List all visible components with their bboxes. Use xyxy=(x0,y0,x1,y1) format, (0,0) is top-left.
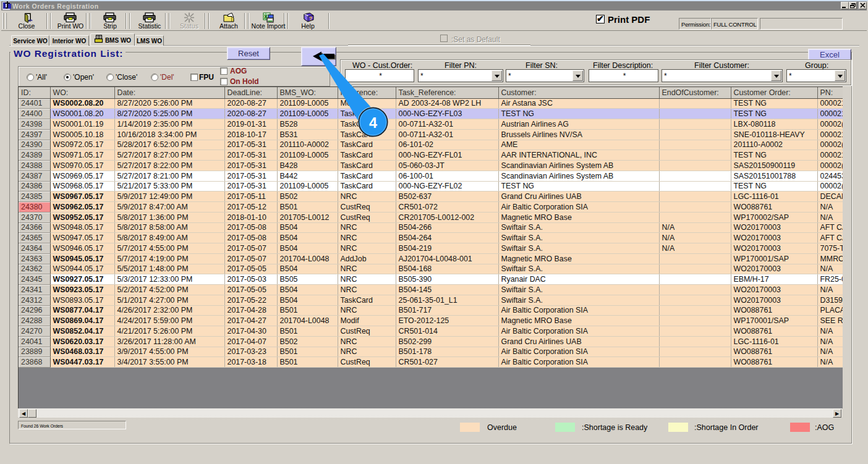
svg-text:4: 4 xyxy=(369,115,377,131)
